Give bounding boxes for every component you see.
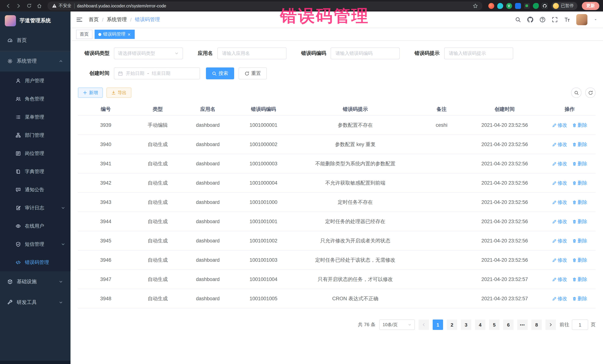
delete-link[interactable]: 删除 [572, 160, 587, 167]
extension-icon-dark[interactable] [524, 3, 530, 9]
reset-button[interactable]: 重置 [239, 67, 267, 79]
security-indicator[interactable]: 不安全 [52, 3, 71, 9]
error-code-input[interactable] [331, 47, 400, 59]
date-range-picker[interactable]: 开始日期 - 结束日期 [114, 67, 200, 79]
breadcrumb-system[interactable]: 系统管理 [107, 16, 127, 23]
sidebar-item-infrastructure[interactable]: 基础设施 [0, 271, 70, 292]
add-button[interactable]: 新增 [78, 88, 103, 98]
edit-link[interactable]: 修改 [552, 276, 567, 283]
search-button[interactable]: 搜索 [206, 67, 234, 79]
cell-remark [417, 219, 466, 224]
cell-created: 2021-04-20 23:52:56 [466, 197, 544, 208]
page-button-8[interactable]: 8 [531, 320, 542, 330]
delete-link[interactable]: 删除 [572, 180, 587, 186]
extensions-puzzle-icon[interactable] [542, 3, 547, 9]
page-button-3[interactable]: 3 [461, 320, 471, 330]
extension-icon-blue[interactable] [515, 3, 521, 9]
delete-link[interactable]: 删除 [572, 122, 587, 128]
sidebar-item-home[interactable]: 首页 [0, 30, 70, 51]
hamburger-icon[interactable] [76, 16, 83, 23]
extension-icon-teal[interactable] [497, 3, 503, 9]
delete-link[interactable]: 删除 [572, 295, 587, 302]
page-button-5[interactable]: 5 [489, 320, 499, 330]
more-pages-icon[interactable]: ••• [517, 320, 528, 330]
next-page-button[interactable] [545, 320, 556, 330]
sidebar-item-dev-tools[interactable]: 研发工具 [0, 292, 70, 313]
delete-link[interactable]: 删除 [572, 257, 587, 263]
toggle-search-button[interactable] [571, 88, 581, 98]
browser-reload-icon[interactable] [24, 1, 33, 10]
edit-link[interactable]: 修改 [552, 122, 567, 128]
edit-link[interactable]: 修改 [552, 141, 567, 148]
error-type-select[interactable]: 请选择错误码类型 [114, 47, 183, 59]
tab-error-code-mgmt[interactable]: 错误码管理 [95, 30, 135, 39]
sidebar-item-user-mgmt[interactable]: 用户管理 [0, 72, 70, 90]
page-button-1[interactable]: 1 [433, 320, 443, 330]
breadcrumb-home[interactable]: 首页 [89, 16, 99, 23]
close-icon[interactable] [127, 33, 131, 36]
sidebar-item-system-mgmt[interactable]: 系统管理 [0, 51, 70, 72]
sidebar-item-audit-log[interactable]: 审计日志 [0, 199, 70, 217]
chevron-down-icon [59, 279, 63, 284]
sidebar-item-menu-mgmt[interactable]: 菜单管理 [0, 108, 70, 126]
edit-link[interactable]: 修改 [552, 218, 567, 225]
delete-link[interactable]: 删除 [572, 218, 587, 225]
table-toolbar: 新增 导出 [78, 88, 596, 98]
search-icon [212, 71, 217, 76]
search-icon[interactable] [515, 17, 521, 22]
extension-icon-leaf[interactable] [533, 3, 539, 9]
sidebar-item-post-mgmt[interactable]: 岗位管理 [0, 144, 70, 162]
delete-link[interactable]: 删除 [572, 276, 587, 283]
browser-home-icon[interactable] [35, 1, 44, 10]
edit-link[interactable]: 修改 [552, 180, 567, 186]
page-size-select[interactable]: 10条/页 [379, 320, 415, 330]
edit-link[interactable]: 修改 [552, 160, 567, 167]
sidebar-item-dept-mgmt[interactable]: 部门管理 [0, 126, 70, 144]
delete-link[interactable]: 删除 [572, 141, 587, 148]
user-avatar[interactable] [576, 14, 587, 25]
page-button-2[interactable]: 2 [447, 320, 457, 330]
browser-forward-icon[interactable] [14, 1, 23, 10]
sidebar-item-dict-mgmt[interactable]: 字典管理 [0, 162, 70, 180]
extension-icon-green[interactable]: V [506, 3, 512, 9]
delete-link[interactable]: 删除 [572, 237, 587, 244]
sidebar-item-role-mgmt[interactable]: 角色管理 [0, 90, 70, 108]
address-bar[interactable]: 不安全 dashboard.yudao.iocoder.cn/system/er… [47, 1, 482, 10]
github-icon[interactable] [527, 17, 533, 22]
tab-home[interactable]: 首页 [76, 30, 93, 39]
cell-type: 自动生成 [134, 215, 182, 228]
edit-link[interactable]: 修改 [552, 257, 567, 263]
edit-link[interactable]: 修改 [552, 295, 567, 302]
app-name-label: 应用名 [198, 50, 213, 57]
browser-back-icon[interactable] [4, 1, 13, 10]
prev-page-button[interactable] [418, 320, 429, 330]
page-button-4[interactable]: 4 [475, 320, 485, 330]
error-hint-input[interactable] [444, 47, 513, 59]
cell-app: dashboard [182, 177, 234, 189]
browser-update-button[interactable]: 更新 [582, 2, 599, 10]
refresh-table-button[interactable] [585, 88, 596, 98]
delete-link[interactable]: 删除 [572, 199, 587, 206]
sidebar-item-error-code-mgmt[interactable]: 错误码管理 [0, 253, 70, 271]
sidebar-item-online-users[interactable]: 在线用户 [0, 217, 70, 235]
font-size-icon[interactable] [564, 17, 570, 22]
sidebar-menu: 首页 系统管理 用户管理 角色管理 [0, 30, 70, 361]
edit-link[interactable]: 修改 [552, 237, 567, 244]
cell-actions: 修改 删除 [544, 119, 596, 132]
export-button[interactable]: 导出 [106, 88, 131, 98]
extension-icon-red[interactable] [488, 3, 494, 9]
help-icon[interactable] [540, 17, 545, 22]
goto-page-input[interactable] [572, 320, 588, 330]
edit-link[interactable]: 修改 [552, 199, 567, 206]
page-button-6[interactable]: 6 [503, 320, 514, 330]
fullscreen-icon[interactable] [552, 17, 558, 22]
trash-icon [572, 161, 577, 166]
app-name-input[interactable] [217, 47, 286, 59]
avatar-caret-icon[interactable] [594, 18, 597, 22]
browser-profile-chip[interactable]: 已暂停 [551, 2, 577, 10]
sidebar-collapse-bar[interactable] [0, 361, 70, 364]
sidebar-item-sms-mgmt[interactable]: 短信管理 [0, 235, 70, 253]
sidebar-item-notice[interactable]: 通知公告 [0, 180, 70, 199]
bookmark-star-icon[interactable] [473, 2, 478, 9]
app-logo-row[interactable]: 芋道管理系统 [0, 11, 70, 30]
